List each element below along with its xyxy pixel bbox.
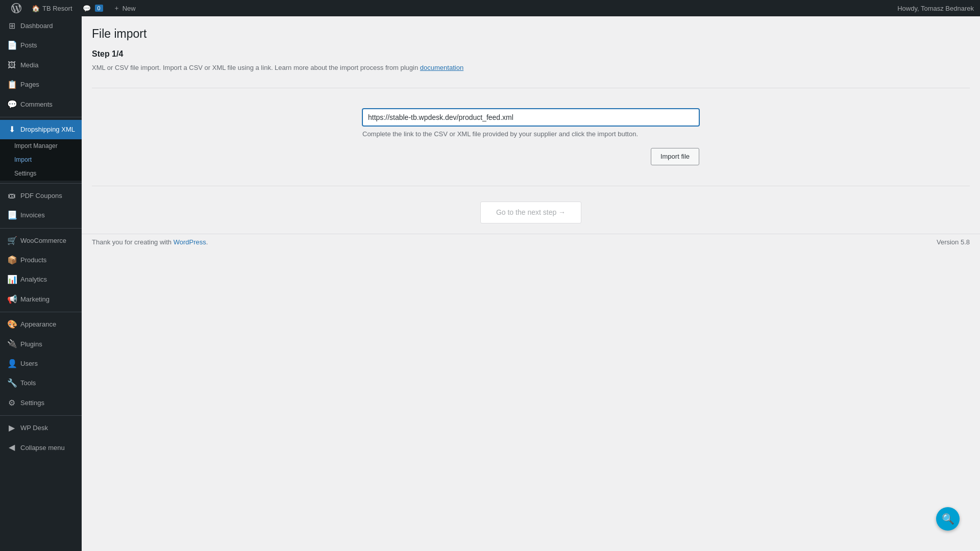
sidebar-item-dropshipping-settings[interactable]: Settings [0, 167, 82, 181]
products-icon: 📦 [7, 255, 16, 266]
howdy-text: Howdy, Tomasz Bednarek [897, 5, 974, 12]
marketing-label: Marketing [20, 295, 50, 304]
users-label: Users [20, 359, 38, 368]
menu-separator-4 [0, 312, 82, 312]
sidebar-item-import-manager[interactable]: Import Manager [0, 139, 82, 153]
main-content: File import Step 1/4 XML or CSV file imp… [82, 16, 980, 551]
documentation-link[interactable]: documentation [420, 64, 463, 71]
adminbar-site[interactable]: 🏠 TB Resort [27, 0, 78, 16]
dropshipping-settings-label: Settings [14, 169, 36, 178]
plugins-label: Plugins [20, 340, 42, 349]
sidebar-item-tools[interactable]: 🔧 Tools [0, 373, 82, 393]
sidebar-item-dashboard[interactable]: ⊞ Dashboard [0, 16, 82, 36]
sidebar-item-collapse[interactable]: ◀ Collapse menu [0, 438, 82, 457]
collapse-label: Collapse menu [20, 443, 65, 453]
analytics-icon: 📊 [7, 274, 16, 285]
url-hint: Complete the link to the CSV or XML file… [362, 130, 699, 138]
appearance-icon: 🎨 [7, 319, 16, 330]
comments-icon: 💬 [7, 99, 16, 110]
admin-bar: 🏠 TB Resort 💬 0 ＋ New Howdy, Tomasz Bedn… [0, 0, 980, 16]
adminbar-new[interactable]: ＋ New [108, 0, 141, 16]
dropshipping-label: Dropshipping XML [20, 125, 75, 134]
import-label: Import [14, 156, 32, 164]
tools-icon: 🔧 [7, 378, 16, 389]
dashboard-label: Dashboard [20, 21, 53, 31]
sidebar-item-import[interactable]: Import [0, 153, 82, 167]
wp-footer: Thank you for creating with WordPress. V… [82, 234, 980, 250]
page-title: File import [92, 27, 970, 42]
tools-label: Tools [20, 379, 36, 388]
adminbar-wp-logo[interactable] [6, 0, 27, 16]
search-fab-button[interactable]: 🔍 [936, 507, 960, 531]
site-name: TB Resort [42, 5, 72, 12]
menu-separator-5 [0, 415, 82, 416]
collapse-icon: ◀ [7, 442, 16, 453]
settings-label: Settings [20, 398, 44, 408]
sidebar-item-appearance[interactable]: 🎨 Appearance [0, 315, 82, 334]
search-fab-icon: 🔍 [942, 513, 954, 525]
marketing-icon: 📢 [7, 294, 16, 305]
appearance-label: Appearance [20, 320, 56, 329]
sidebar-item-pdf-coupons[interactable]: 🎟 PDF Coupons [0, 186, 82, 206]
dropshipping-submenu: Import Manager Import Settings [0, 139, 82, 180]
analytics-label: Analytics [20, 275, 47, 284]
adminbar-left: 🏠 TB Resort 💬 0 ＋ New [6, 0, 141, 16]
url-input-section: Complete the link to the CSV or XML file… [352, 109, 709, 165]
sidebar-item-settings[interactable]: ⚙ Settings [0, 393, 82, 413]
bottom-divider [92, 186, 970, 186]
dropshipping-icon: ⬇ [7, 124, 16, 135]
sidebar-item-wp-desk[interactable]: ▶ WP Desk [0, 418, 82, 438]
import-file-button[interactable]: Import file [651, 148, 699, 165]
site-icon: 🏠 [32, 5, 40, 12]
top-divider [92, 88, 970, 88]
step-title: Step 1/4 [92, 49, 970, 59]
pages-icon: 📋 [7, 79, 16, 90]
plus-icon: ＋ [113, 4, 120, 13]
step-description: XML or CSV file import. Import a CSV or … [92, 63, 970, 73]
adminbar-comments[interactable]: 💬 0 [78, 0, 108, 16]
content-wrap: File import Step 1/4 XML or CSV file imp… [82, 16, 980, 234]
sidebar-item-posts[interactable]: 📄 Posts [0, 36, 82, 55]
pages-label: Pages [20, 80, 39, 89]
sidebar-item-invoices[interactable]: 📃 Invoices [0, 206, 82, 225]
adminbar-right: Howdy, Tomasz Bednarek [897, 5, 974, 12]
invoices-label: Invoices [20, 211, 45, 220]
posts-icon: 📄 [7, 40, 16, 51]
sidebar-item-woocommerce[interactable]: 🛒 WooCommerce [0, 231, 82, 251]
url-input[interactable] [362, 109, 699, 126]
sidebar-item-products[interactable]: 📦 Products [0, 251, 82, 270]
sidebar-item-plugins[interactable]: 🔌 Plugins [0, 334, 82, 354]
plugins-icon: 🔌 [7, 338, 16, 349]
dashboard-icon: ⊞ [7, 20, 16, 32]
sidebar-item-marketing[interactable]: 📢 Marketing [0, 290, 82, 309]
settings-icon: ⚙ [7, 397, 16, 409]
sidebar-item-media[interactable]: 🖼 Media [0, 56, 82, 75]
invoices-icon: 📃 [7, 210, 16, 221]
import-manager-label: Import Manager [14, 142, 58, 151]
thank-you-text: Thank you for creating with [92, 238, 172, 246]
sidebar-item-users[interactable]: 👤 Users [0, 354, 82, 373]
woocommerce-icon: 🛒 [7, 235, 16, 246]
media-icon: 🖼 [7, 60, 16, 71]
next-step-row: Go to the next step → [92, 202, 970, 223]
users-icon: 👤 [7, 358, 16, 369]
wordpress-link[interactable]: WordPress [174, 238, 206, 246]
sidebar-item-comments[interactable]: 💬 Comments [0, 95, 82, 114]
sidebar-item-pages[interactable]: 📋 Pages [0, 75, 82, 94]
version-text: Version 5.8 [937, 238, 970, 246]
sidebar-item-analytics[interactable]: 📊 Analytics [0, 270, 82, 289]
wp-desk-label: WP Desk [20, 423, 48, 433]
step-description-text: XML or CSV file import. Import a CSV or … [92, 64, 418, 71]
woocommerce-label: WooCommerce [20, 236, 66, 245]
menu-separator-1 [0, 117, 82, 117]
next-step-button[interactable]: Go to the next step → [480, 202, 581, 223]
media-label: Media [20, 61, 38, 70]
menu-separator-2 [0, 183, 82, 184]
comment-icon: 💬 [83, 5, 91, 12]
products-label: Products [20, 256, 46, 265]
comments-label: Comments [20, 100, 53, 109]
menu-separator-3 [0, 228, 82, 229]
admin-menu: ⊞ Dashboard 📄 Posts 🖼 Media 📋 Pages 💬 Co… [0, 16, 82, 551]
pdf-coupons-icon: 🎟 [7, 190, 16, 202]
sidebar-item-dropshipping[interactable]: ⬇ Dropshipping XML [0, 120, 82, 139]
